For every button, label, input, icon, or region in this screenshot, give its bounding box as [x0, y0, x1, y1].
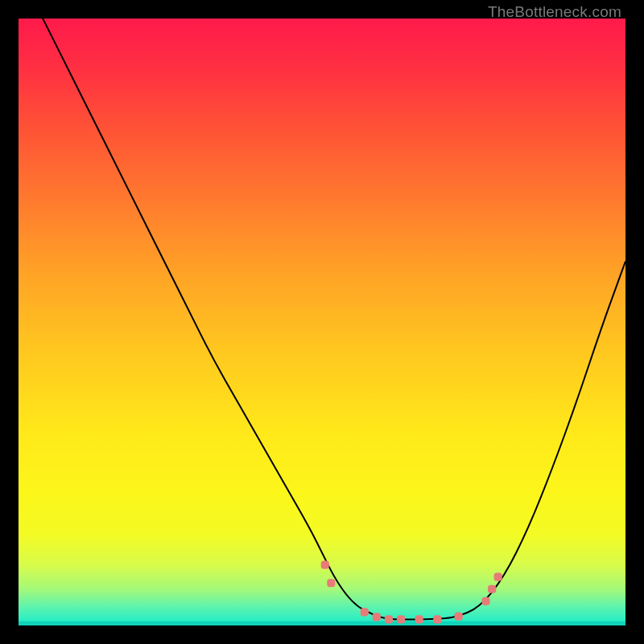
curve-markers	[19, 19, 625, 625]
plot-area	[19, 19, 625, 625]
marker-point	[488, 585, 496, 593]
watermark-text: TheBottleneck.com	[488, 3, 621, 21]
marker-point	[455, 613, 463, 621]
marker-point	[415, 615, 423, 623]
marker-point	[361, 608, 369, 616]
marker-point	[373, 613, 381, 621]
marker-point	[321, 561, 329, 569]
marker-point	[327, 579, 335, 587]
chart-frame: TheBottleneck.com	[0, 0, 644, 644]
marker-point	[494, 573, 502, 581]
marker-point	[397, 615, 405, 623]
marker-point	[433, 615, 441, 623]
marker-point	[481, 597, 489, 605]
marker-point	[385, 615, 393, 623]
